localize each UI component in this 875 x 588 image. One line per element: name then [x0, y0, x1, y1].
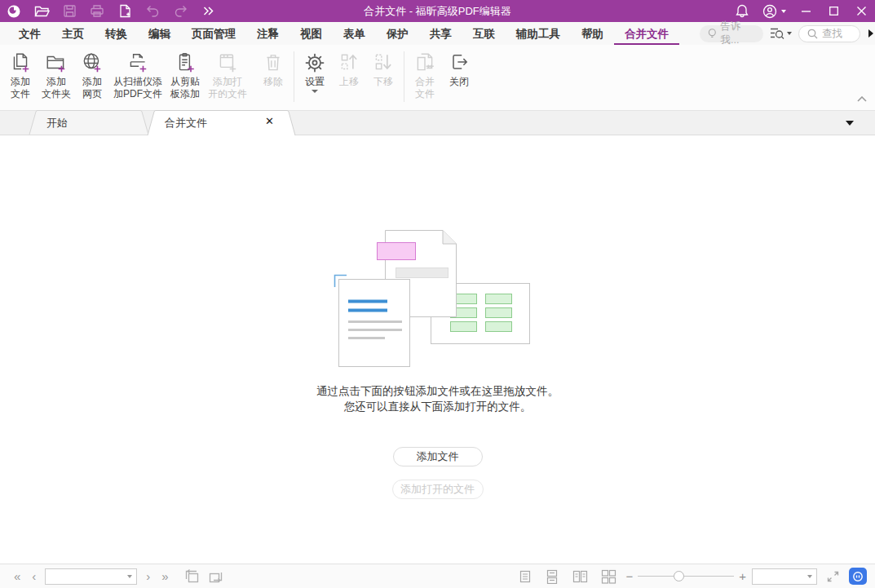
add-folder-icon [45, 50, 68, 76]
menu-comment[interactable]: 注释 [246, 23, 289, 45]
ribbon-separator [404, 51, 404, 102]
merge-files-illustration [328, 222, 548, 370]
menu-view[interactable]: 视图 [289, 23, 333, 45]
add-file-icon [9, 50, 32, 76]
lightbulb-icon [708, 28, 717, 40]
add-open-files-ribbon-button: 添加打 开的文件 [204, 48, 251, 102]
quick-access-toolbar [0, 0, 222, 22]
find-placeholder: 查找 [822, 27, 842, 41]
move-down-ribbon-button: 下移 [366, 48, 400, 90]
add-webpage-ribbon-button[interactable]: 添加 网页 [75, 48, 109, 102]
search-icon [807, 29, 818, 39]
continuous-view-button[interactable] [541, 569, 563, 584]
advanced-search-button[interactable] [770, 27, 792, 40]
hint-line-2: 您还可以直接从下面添加打开的文件。 [316, 399, 559, 414]
previous-view-button[interactable] [181, 569, 204, 583]
foxit-logo [0, 0, 28, 22]
zoom-in-button[interactable]: + [739, 570, 746, 582]
tab-list-dropdown-icon[interactable] [846, 121, 854, 126]
tab-close-icon[interactable]: ✕ [265, 115, 274, 128]
title-bar: 合并文件 - 福昕高级PDF编辑器 [0, 0, 875, 22]
add-webpage-icon [81, 50, 104, 76]
exit-icon [448, 50, 471, 76]
first-page-button: « [8, 570, 26, 582]
account-caret-icon [781, 10, 786, 13]
page-combobox-caret-icon [127, 575, 132, 578]
single-page-view-button[interactable] [515, 569, 536, 584]
zoom-slider-thumb[interactable] [674, 571, 684, 581]
fullscreen-button[interactable] [823, 570, 843, 583]
merge-files-ribbon-button: 合并 文件 [408, 48, 442, 102]
add-from-scanner-ribbon-button[interactable]: 从扫描仪添 加PDF文件 [109, 48, 166, 102]
create-pdf-icon[interactable] [111, 0, 139, 22]
status-bar: « ‹ › » [0, 564, 875, 588]
menu-merge-files-active[interactable]: 合并文件 [614, 23, 679, 45]
minimize-button[interactable] [792, 0, 820, 22]
menu-home[interactable]: 主页 [51, 23, 95, 45]
merge-files-ribbon: 添加 文件 添加 文件夹 添加 网页 [0, 45, 875, 111]
menu-help[interactable]: 帮助 [571, 23, 614, 45]
remove-ribbon-button: 移除 [256, 48, 290, 90]
zoom-out-button[interactable]: − [625, 570, 633, 582]
zoom-level-combobox[interactable] [752, 568, 817, 585]
next-view-button[interactable] [204, 569, 227, 583]
hint-line-1: 通过点击下面的按钮添加文件或在这里拖放文件。 [316, 383, 559, 399]
settings-ribbon-button[interactable]: 设置 [298, 48, 332, 95]
facing-view-button[interactable] [568, 569, 591, 584]
menu-share[interactable]: 共享 [419, 23, 462, 45]
maximize-button[interactable] [820, 0, 847, 22]
menu-form[interactable]: 表单 [333, 23, 376, 45]
close-merge-ribbon-button[interactable]: 关闭 [442, 48, 476, 90]
menu-protect[interactable]: 保护 [376, 23, 419, 45]
more-tools-icon[interactable] [194, 0, 222, 22]
add-open-files-button: 添加打开的文件 [392, 480, 484, 499]
trash-icon [262, 50, 285, 76]
add-folder-ribbon-button[interactable]: 添加 文件夹 [38, 48, 75, 102]
ai-assistant-button[interactable] [849, 568, 867, 585]
menu-accessibility[interactable]: 辅助工具 [506, 23, 571, 45]
gear-icon [303, 50, 326, 76]
menubar-overflow-arrow-icon[interactable] [868, 29, 873, 38]
tab-start[interactable]: 开始 [28, 110, 150, 135]
find-search-box[interactable]: 查找 [798, 25, 860, 42]
tab-merge-files[interactable]: 合并文件 ✕ [146, 110, 297, 135]
add-from-clipboard-ribbon-button[interactable]: 从剪贴 板添加 [166, 48, 204, 102]
document-tab-bar: 开始 合并文件 ✕ [0, 111, 875, 135]
clipboard-icon [174, 50, 197, 76]
account-avatar[interactable] [756, 0, 792, 22]
move-down-icon [372, 50, 395, 76]
scanner-icon [126, 50, 149, 76]
tell-me-search[interactable]: 告诉我... [700, 25, 763, 42]
tell-me-placeholder: 告诉我... [721, 20, 755, 47]
zoom-slider[interactable] [638, 571, 734, 582]
menu-file[interactable]: 文件 [8, 23, 51, 45]
zoom-combobox-caret-icon [807, 575, 812, 578]
page-number-combobox[interactable] [45, 568, 137, 585]
ribbon-menu-bar: 文件 主页 转换 编辑 页面管理 注释 视图 表单 保护 共享 互联 辅助工具 … [0, 22, 875, 45]
last-page-button: » [156, 570, 174, 582]
settings-dropdown-caret-icon [312, 90, 318, 93]
facing-continuous-view-button[interactable] [597, 569, 620, 584]
menu-connect[interactable]: 互联 [462, 23, 506, 45]
add-files-ribbon-button[interactable]: 添加 文件 [3, 48, 38, 102]
collapse-ribbon-button[interactable] [857, 91, 867, 105]
add-files-button[interactable]: 添加文件 [393, 447, 483, 466]
undo-icon [139, 0, 166, 22]
hint-text: 通过点击下面的按钮添加文件或在这里拖放文件。 您还可以直接从下面添加打开的文件。 [316, 383, 559, 414]
close-button[interactable] [847, 0, 875, 22]
merge-files-drop-area[interactable]: 通过点击下面的按钮添加文件或在这里拖放文件。 您还可以直接从下面添加打开的文件。… [0, 135, 875, 564]
previous-page-button: ‹ [26, 570, 42, 582]
menu-edit[interactable]: 编辑 [138, 23, 181, 45]
merge-files-icon [413, 50, 436, 76]
move-up-ribbon-button: 上移 [332, 48, 366, 90]
notifications-bell-icon[interactable] [728, 0, 756, 22]
advanced-search-caret-icon [787, 32, 792, 35]
open-file-icon[interactable] [28, 0, 55, 22]
save-icon [55, 0, 83, 22]
add-open-files-icon [216, 50, 239, 76]
print-icon [83, 0, 111, 22]
move-up-icon [338, 50, 360, 76]
menu-convert[interactable]: 转换 [95, 23, 138, 45]
ribbon-separator [294, 51, 294, 102]
menu-page-organize[interactable]: 页面管理 [181, 23, 246, 45]
